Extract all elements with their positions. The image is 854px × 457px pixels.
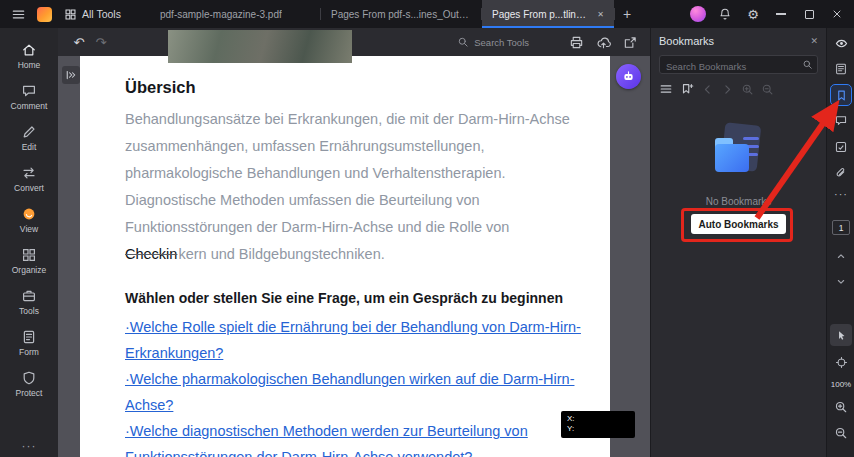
zoom-out-bookmarks-icon[interactable] [761, 83, 774, 96]
sidebar-item-form[interactable]: Form [0, 322, 58, 363]
sidebar-more-button[interactable]: ··· [0, 439, 58, 453]
pointer-tool-icon[interactable] [830, 324, 852, 346]
share-icon[interactable] [623, 35, 638, 50]
home-icon [21, 42, 37, 58]
document-tabs: pdf-sample-magazine-3.pdf Pages From pdf… [150, 0, 639, 28]
search-icon[interactable] [802, 59, 813, 70]
home-logo-icon[interactable] [37, 7, 52, 22]
all-tools-button[interactable]: All Tools [64, 8, 121, 21]
bookmarks-search-input[interactable] [660, 58, 817, 75]
document-viewport: Übersich Behandlungsansätze bei Erkranku… [58, 56, 650, 457]
sidebar-item-label: Form [19, 347, 39, 357]
sidebar-item-label: Edit [22, 142, 37, 152]
comments-rail-icon[interactable] [827, 114, 854, 128]
view-icon [21, 206, 37, 222]
organize-pages-icon [21, 247, 37, 263]
doc-line: Diagnostische Methoden umfassen die Beur… [125, 187, 590, 214]
quick-toolbar: ↶ ↷ Search Tools [58, 28, 650, 56]
annotations-rail-icon[interactable] [827, 140, 854, 154]
suggested-questions: ·Welche Rolle spielt die Ernährung bei d… [125, 314, 605, 457]
all-tools-label: All Tools [82, 8, 121, 20]
pdf-page[interactable]: Übersich Behandlungsansätze bei Erkranku… [80, 56, 610, 457]
new-tab-button[interactable]: + [615, 0, 639, 28]
sidebar-item-view[interactable]: View [0, 199, 58, 240]
pdf-editor-app: All Tools pdf-sample-magazine-3.pdf Page… [0, 0, 854, 457]
bookmarks-panel-title: Bookmarks [659, 35, 714, 47]
cloud-upload-icon[interactable] [596, 35, 611, 50]
tools-briefcase-icon [21, 288, 37, 304]
maximize-button[interactable] [800, 5, 818, 23]
edited-word[interactable]: Checkin [125, 246, 177, 262]
question-link-1[interactable]: ·Welche Rolle spielt die Ernährung bei d… [125, 314, 605, 366]
zoom-in-bookmarks-icon[interactable] [741, 83, 754, 96]
read-mode-eye-icon[interactable] [827, 36, 854, 51]
sidebar-item-tools[interactable]: Tools [0, 281, 58, 322]
sidebar-item-comment[interactable]: Comment [0, 76, 58, 117]
user-avatar[interactable] [690, 6, 706, 22]
arrow-left-icon[interactable] [701, 83, 714, 96]
notifications-bell-icon[interactable] [716, 5, 734, 23]
doc-line-rest: kern und Bildgebungstechniken. [178, 246, 384, 262]
sidebar-item-label: View [20, 224, 38, 234]
sidebar-item-label: Protect [16, 388, 43, 398]
attachments-paperclip-icon[interactable] [827, 166, 854, 180]
tab-close-icon[interactable]: ✕ [597, 10, 604, 19]
page-down-chevron-icon[interactable] [827, 276, 854, 288]
convert-arrows-icon [21, 165, 37, 181]
zoom-level-label[interactable]: 100% [827, 380, 854, 389]
sidebar-item-convert[interactable]: Convert [0, 158, 58, 199]
tab-document-3-active[interactable]: Pages From p...tlines_OCR.pdf ✕ [482, 0, 614, 28]
undo-button[interactable]: ↶ [68, 35, 90, 50]
link-line: Achse? [125, 392, 605, 418]
snapshot-tool-icon[interactable] [827, 356, 854, 369]
minimize-button[interactable] [772, 5, 790, 23]
page-thumbnails-icon[interactable] [827, 62, 854, 76]
page-number-box[interactable]: 1 [832, 220, 850, 235]
tab-document-2[interactable]: Pages From pdf-s...ines_Outlines.pdf [321, 0, 481, 28]
titlebar: All Tools pdf-sample-magazine-3.pdf Page… [0, 0, 854, 28]
sidebar-item-edit[interactable]: Edit [0, 117, 58, 158]
settings-gear-icon[interactable]: ⚙ [744, 5, 762, 23]
thumbnail-panel-toggle-icon[interactable] [62, 66, 80, 84]
coordinate-y-label: Y: [567, 424, 629, 434]
close-window-button[interactable] [828, 5, 846, 23]
bookmarks-rail-icon[interactable] [830, 84, 852, 106]
sidebar-item-label: Organize [12, 265, 47, 275]
sidebar-item-protect[interactable]: Protect [0, 363, 58, 404]
form-document-icon [21, 329, 37, 345]
right-rail: ··· 1 100% [826, 28, 854, 457]
page-photo-image [168, 30, 352, 63]
doc-line-edited: Checkinkern und Bildgebungstechniken. [125, 241, 590, 268]
prompt-heading: Wählen oder stellen Sie eine Frage, um e… [125, 290, 603, 306]
search-icon [457, 36, 469, 48]
sidebar-item-label: Home [18, 60, 41, 70]
doc-paragraph: Behandlungsansätze bei Erkrankungen, die… [125, 106, 590, 268]
robot-icon [621, 69, 636, 84]
zoom-in-icon[interactable] [827, 400, 854, 414]
grid-icon [64, 8, 77, 21]
bookmarks-close-icon[interactable]: ✕ [810, 36, 818, 46]
doc-heading: Übersich [125, 78, 196, 97]
link-line: Funktionsstörungen der Darm-Hirn-Achse v… [125, 444, 605, 457]
page-up-chevron-icon[interactable] [827, 250, 854, 262]
bookmark-list-icon[interactable] [659, 82, 673, 96]
question-link-3[interactable]: ·Welche diagnostischen Methoden werden z… [125, 418, 605, 457]
sidebar-item-organize[interactable]: Organize [0, 240, 58, 281]
print-icon[interactable] [569, 35, 584, 50]
edit-pencil-icon [21, 124, 37, 140]
add-bookmark-icon[interactable] [680, 82, 694, 96]
menu-icon[interactable] [9, 5, 27, 23]
zoom-out-icon[interactable] [827, 426, 854, 440]
auto-bookmarks-button[interactable]: Auto Bookmarks [691, 214, 786, 234]
redo-button[interactable]: ↷ [90, 35, 112, 50]
doc-line: Funktionsstörungen der Darm-Hirn-Achse u… [125, 214, 590, 241]
doc-line: zusammenhängen, umfassen Ernährungsumste… [125, 133, 590, 160]
search-tools-button[interactable]: Search Tools [457, 36, 529, 48]
rail-more-button[interactable]: ··· [827, 188, 854, 200]
question-link-2[interactable]: ·Welche pharmakologischen Behandlungen w… [125, 366, 605, 418]
tab-document-1[interactable]: pdf-sample-magazine-3.pdf [150, 0, 320, 28]
ai-assistant-button[interactable] [616, 64, 641, 89]
arrow-right-icon[interactable] [721, 83, 734, 96]
link-line: ·Welche Rolle spielt die Ernährung bei d… [125, 314, 605, 340]
sidebar-item-home[interactable]: Home [0, 35, 58, 76]
